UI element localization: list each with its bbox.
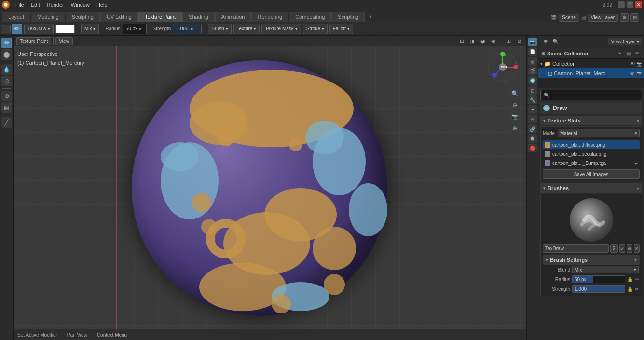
scene-dropdown[interactable]: Scene <box>559 14 579 22</box>
brush-name-input[interactable] <box>543 244 609 253</box>
texture-item-diffuse[interactable]: cartoon_pla...diffuse.png <box>543 140 640 149</box>
texture-item-specular[interactable]: cartoon_pla...pecular.png <box>543 150 640 158</box>
brush-settings-header[interactable]: ▾ Brush Settings ▾ <box>543 255 640 265</box>
tab-layout[interactable]: Layout <box>2 12 30 22</box>
viewport-view-button[interactable]: View <box>55 37 73 45</box>
viewport[interactable]: Texture Paint View ⊡ ◑ ◕ ◉ ⊞ ⊠ User Pers… <box>14 36 526 340</box>
viewport-overlay-button[interactable]: ⊞ <box>504 37 513 45</box>
scene-collection-eye[interactable]: 👁 <box>633 50 641 57</box>
tool-eyedropper[interactable]: 💧 <box>1 64 12 75</box>
camera-button[interactable]: 📷 <box>510 112 520 122</box>
maximize-button[interactable]: □ <box>627 1 633 8</box>
tab-texture-paint[interactable]: Texture Paint <box>138 12 182 22</box>
toolbar-menu-icon[interactable]: ≡ <box>2 25 11 33</box>
prop-tab-render[interactable]: 📷 <box>528 38 537 46</box>
brush-delete-button[interactable]: ✕ <box>634 244 640 253</box>
prop-tab-particles[interactable]: ✦ <box>528 105 537 114</box>
planet-render-icon[interactable]: 📷 <box>636 71 642 76</box>
blender-logo[interactable]: ⬤ <box>2 1 10 9</box>
strength-lock-icon[interactable]: 🔒 <box>627 286 633 292</box>
stroke-dropdown[interactable]: Stroke ▾ <box>303 24 328 34</box>
tool-clone[interactable]: ⊕ <box>1 91 12 101</box>
tab-modeling[interactable]: Modeling <box>31 12 65 22</box>
prop-tab-physics[interactable]: ⚛ <box>528 115 537 123</box>
tool-smear[interactable]: ◎ <box>1 76 12 86</box>
collection-visibility-icon[interactable]: 👁 <box>630 61 635 67</box>
viewport-xray-button[interactable]: ⊠ <box>515 37 523 45</box>
menu-help[interactable]: Help <box>94 1 110 9</box>
prop-tab-data[interactable]: ⬟ <box>528 134 537 143</box>
mode-dropdown[interactable]: Material ▾ <box>558 129 640 137</box>
tab-rendering[interactable]: Rendering <box>251 12 288 22</box>
texture-slots-header[interactable]: ▾ Texture Slots ▾ <box>540 116 642 125</box>
strength-value-bar[interactable]: 1.000 <box>572 285 625 293</box>
save-all-images-button[interactable]: Save All Images <box>543 169 640 179</box>
brush-name-dropdown[interactable]: TexDraw ▾ <box>24 24 54 34</box>
menu-window[interactable]: Window <box>68 1 93 9</box>
new-window-button[interactable]: ⊞ <box>630 13 639 22</box>
prop-tab-view-layer[interactable]: ▤ <box>528 57 537 66</box>
strength-value[interactable]: 1.000 ● <box>173 24 202 34</box>
viewport-shading-rendered[interactable]: ◉ <box>489 37 498 45</box>
color-swatch[interactable] <box>55 25 75 33</box>
texture-mask-dropdown[interactable]: Texture Mask ▾ <box>261 24 301 34</box>
add-workspace-button[interactable]: + <box>365 12 376 22</box>
texture-dropdown[interactable]: Texture ▾ <box>233 24 260 34</box>
brush-duplicate-button[interactable]: ⊕ <box>627 244 632 253</box>
zoom-out-button[interactable]: ⊖ <box>510 100 520 110</box>
blend-value-dropdown[interactable]: Mix ▾ <box>572 266 639 273</box>
radius-value-bar[interactable]: 50 px <box>572 275 625 283</box>
radius-lock-icon[interactable]: 🔒 <box>627 277 633 282</box>
strength-edit-icon[interactable]: ✏ <box>635 286 639 292</box>
collection-render-icon[interactable]: 📷 <box>636 61 642 67</box>
view-layer-dropdown[interactable]: View Layer ▾ <box>608 38 642 45</box>
tab-sculpting[interactable]: Sculpting <box>66 12 100 22</box>
collection-button[interactable]: ⊕ <box>510 123 520 133</box>
tool-brush-edit[interactable]: ╱ <box>1 117 12 128</box>
tool-texdraw[interactable]: ✏ <box>1 38 12 48</box>
radius-value[interactable]: 50 px ● <box>123 24 147 34</box>
planet-visibility-icon[interactable]: 👁 <box>630 71 635 76</box>
tree-item-collection[interactable]: ▾ 📁 Collection 👁 📷 <box>538 59 644 68</box>
prop-tab-material[interactable]: 🔴 <box>528 144 537 152</box>
prop-tab-modifiers[interactable]: 🔧 <box>528 95 537 104</box>
tool-fill[interactable]: ⬤ <box>1 49 12 60</box>
viewport-shading-solid[interactable]: ◑ <box>468 37 477 45</box>
scene-collection-filter[interactable]: ▤ <box>625 50 632 57</box>
minimize-button[interactable]: – <box>618 1 625 8</box>
tab-uv-editing[interactable]: UV Editing <box>100 12 138 22</box>
prop-tab-world[interactable]: 🌍 <box>528 76 537 85</box>
menu-file[interactable]: File <box>13 1 27 9</box>
scene-collection-add[interactable]: + <box>616 50 624 57</box>
menu-render[interactable]: Render <box>44 1 67 9</box>
tab-compositing[interactable]: Compositing <box>289 12 331 22</box>
brush-dropdown[interactable]: Brush ▾ <box>208 24 231 34</box>
brush-fake-user-button[interactable]: ✓ <box>619 244 625 253</box>
view-layer-dropdown[interactable]: View Layer <box>588 14 618 22</box>
outliner-search-icon[interactable]: 🔍 <box>551 37 561 47</box>
brushes-header[interactable]: ▾ Brushes ▾ <box>540 183 642 193</box>
tab-animation[interactable]: Animation <box>215 12 251 22</box>
radius-edit-icon[interactable]: ✏ <box>635 277 639 282</box>
close-button[interactable]: ✕ <box>635 1 642 8</box>
viewport-gizmo[interactable]: X Y Z TOP <box>486 50 520 84</box>
prop-tab-constraints[interactable]: 🔗 <box>528 124 537 133</box>
scene-settings-button[interactable]: ⚙ <box>620 13 629 22</box>
prop-tab-scene[interactable]: 🎬 <box>528 67 537 75</box>
prop-tab-output[interactable]: 📄 <box>528 47 537 56</box>
tab-shading[interactable]: Shading <box>182 12 214 22</box>
viewport-mode-button[interactable]: Texture Paint <box>16 37 51 45</box>
search-input[interactable] <box>551 93 639 98</box>
tree-item-planet[interactable]: ◻ Cartoon_Planet_Merc 👁 📷 <box>538 68 644 78</box>
menu-edit[interactable]: Edit <box>28 1 43 9</box>
outliner-filter-icon[interactable]: ⊞ <box>540 37 550 47</box>
tab-scripting[interactable]: Scripting <box>331 12 365 22</box>
blend-dropdown[interactable]: Mix ▾ <box>81 24 99 34</box>
tool-image[interactable]: ▦ <box>1 102 12 113</box>
viewport-shading-material[interactable]: ◕ <box>479 37 487 45</box>
falloff-dropdown[interactable]: Falloff ▾ <box>329 24 353 34</box>
active-tool-icon[interactable]: ✏ <box>12 24 22 34</box>
zoom-in-button[interactable]: 🔍 <box>510 89 520 98</box>
texture-item-bump[interactable]: cartoon_pla...l_Bump.tga ▸ <box>543 159 640 167</box>
properties-search[interactable]: 🔍 <box>540 90 642 100</box>
